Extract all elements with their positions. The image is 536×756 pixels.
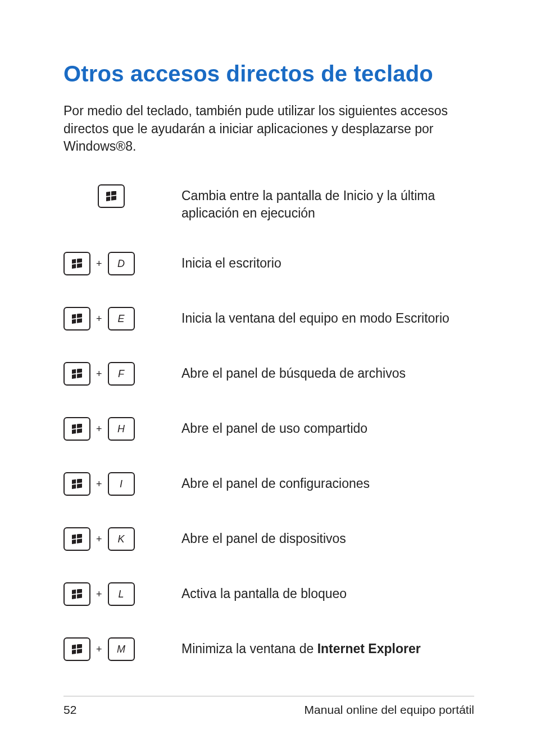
desc-pre: Inicia la ventana del equipo en modo Esc… <box>181 311 449 325</box>
letter-key-label: L <box>119 588 124 600</box>
key-combo: + L <box>63 581 181 608</box>
windows-logo-icon <box>72 479 82 489</box>
shortcut-description: Abre el panel de configuraciones <box>181 470 474 492</box>
letter-key-label: I <box>120 478 122 490</box>
windows-key <box>63 417 90 441</box>
letter-key-label: F <box>118 368 124 380</box>
svg-rect-27 <box>77 539 82 544</box>
svg-rect-31 <box>77 594 82 599</box>
plus-sign: + <box>90 313 108 325</box>
shortcut-description: Abre el panel de búsqueda de archivos <box>181 360 474 382</box>
key-combo: + D <box>63 250 181 277</box>
svg-rect-0 <box>106 192 110 196</box>
desc-pre: Abre el panel de uso compartido <box>181 421 367 436</box>
windows-logo-icon <box>72 589 82 599</box>
svg-rect-9 <box>77 314 82 318</box>
svg-rect-16 <box>72 424 76 429</box>
shortcut-row: + D Inicia el escritorio <box>63 250 474 277</box>
svg-rect-3 <box>111 196 116 200</box>
page-number: 52 <box>63 703 76 717</box>
shortcut-row: + L Activa la pantalla de bloqueo <box>63 581 474 608</box>
shortcut-row: + E Inicia la ventana del equipo en modo… <box>63 305 474 332</box>
shortcut-row: + M Minimiza la ventana de Internet Expl… <box>63 636 474 663</box>
plus-sign: + <box>90 423 108 435</box>
shortcuts-list: Cambia entre la pantalla de Inicio y la … <box>63 183 474 663</box>
plus-sign: + <box>90 368 108 380</box>
svg-rect-33 <box>77 644 82 649</box>
shortcut-description: Abre el panel de dispositivos <box>181 526 474 547</box>
svg-rect-1 <box>111 191 116 196</box>
svg-rect-10 <box>72 319 76 324</box>
windows-key <box>63 527 90 551</box>
desc-pre: Inicia el escritorio <box>181 256 281 270</box>
key-combo: + F <box>63 360 181 387</box>
svg-rect-11 <box>77 319 82 323</box>
key-combo: + I <box>63 470 181 497</box>
windows-key <box>98 184 125 208</box>
shortcut-row: + I Abre el panel de configuraciones <box>63 470 474 497</box>
svg-rect-22 <box>72 485 76 489</box>
manual-title: Manual online del equipo portátil <box>305 703 474 717</box>
letter-key: D <box>108 252 135 275</box>
intro-paragraph: Por medio del teclado, también pude util… <box>63 102 474 156</box>
svg-rect-23 <box>77 484 82 488</box>
shortcut-row: + F Abre el panel de búsqueda de archivo… <box>63 360 474 387</box>
letter-key: L <box>108 582 135 606</box>
letter-key: K <box>108 527 135 551</box>
windows-logo-icon <box>106 191 116 201</box>
letter-key: I <box>108 472 135 496</box>
desc-pre: Minimiza la ventana de <box>181 641 317 656</box>
shortcut-row: + K Abre el panel de dispositivos <box>63 526 474 553</box>
letter-key: F <box>108 362 135 386</box>
svg-rect-28 <box>72 590 76 594</box>
svg-rect-12 <box>72 369 76 374</box>
svg-rect-15 <box>77 374 82 378</box>
windows-key <box>63 637 90 661</box>
svg-rect-19 <box>77 429 82 433</box>
letter-key: M <box>108 637 135 661</box>
windows-logo-icon <box>72 644 82 654</box>
svg-rect-34 <box>72 650 76 654</box>
shortcut-description: Minimiza la ventana de Internet Explorer <box>181 636 474 658</box>
key-combo <box>63 183 181 210</box>
svg-rect-17 <box>77 424 82 428</box>
page-footer: 52 Manual online del equipo portátil <box>63 696 474 717</box>
plus-sign: + <box>90 258 108 270</box>
letter-key-label: E <box>118 313 125 325</box>
windows-key <box>63 307 90 331</box>
desc-pre: Activa la pantalla de bloqueo <box>181 586 347 601</box>
svg-rect-13 <box>77 369 82 373</box>
shortcut-description: Abre el panel de uso compartido <box>181 415 474 437</box>
svg-rect-8 <box>72 314 76 319</box>
desc-pre: Cambia entre la pantalla de Inicio y la … <box>181 188 435 220</box>
plus-sign: + <box>90 588 108 600</box>
plus-sign: + <box>90 478 108 490</box>
svg-rect-4 <box>72 259 76 264</box>
windows-key <box>63 362 90 386</box>
windows-logo-icon <box>72 259 82 269</box>
plus-sign: + <box>90 533 108 545</box>
letter-key-label: M <box>117 644 125 655</box>
svg-rect-21 <box>77 479 82 483</box>
letter-key: H <box>108 417 135 441</box>
letter-key: E <box>108 307 135 331</box>
page: Otros accesos directos de teclado Por me… <box>0 0 536 756</box>
svg-rect-32 <box>72 645 76 649</box>
shortcut-description: Cambia entre la pantalla de Inicio y la … <box>181 183 474 222</box>
shortcut-description: Inicia la ventana del equipo en modo Esc… <box>181 305 474 327</box>
letter-key-label: K <box>118 533 125 545</box>
page-title: Otros accesos directos de teclado <box>63 61 474 87</box>
windows-logo-icon <box>72 314 82 324</box>
desc-pre: Abre el panel de búsqueda de archivos <box>181 366 406 381</box>
svg-rect-29 <box>77 589 82 594</box>
svg-rect-5 <box>77 259 82 263</box>
windows-key <box>63 252 90 275</box>
key-combo: + E <box>63 305 181 332</box>
desc-pre: Abre el panel de dispositivos <box>181 531 346 546</box>
letter-key-label: D <box>117 258 125 270</box>
windows-key <box>63 582 90 606</box>
shortcut-row: Cambia entre la pantalla de Inicio y la … <box>63 183 474 222</box>
svg-rect-18 <box>72 429 76 434</box>
svg-rect-20 <box>72 479 76 484</box>
shortcut-description: Inicia el escritorio <box>181 250 474 272</box>
